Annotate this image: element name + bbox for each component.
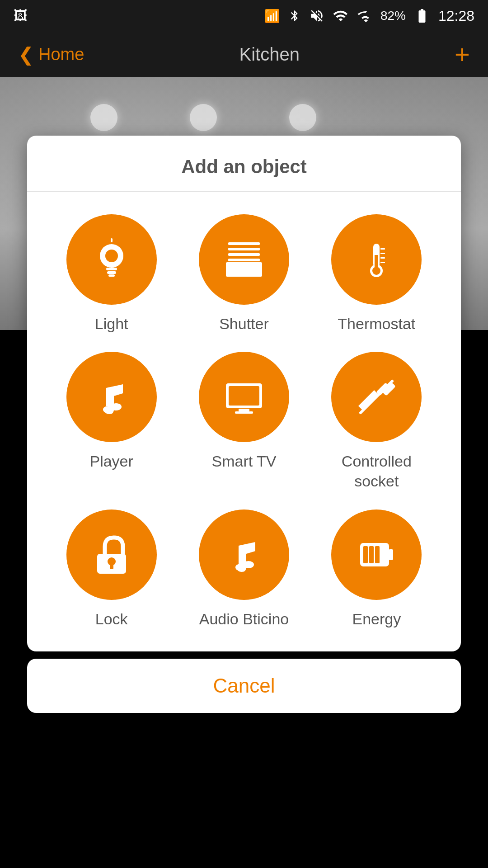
svg-rect-8 xyxy=(228,253,260,256)
cancel-label: Cancel xyxy=(213,675,275,697)
controlled-socket-label: Controlled socket xyxy=(342,451,412,491)
svg-rect-37 xyxy=(375,546,380,563)
svg-rect-9 xyxy=(228,259,260,261)
svg-rect-15 xyxy=(380,248,385,250)
svg-rect-3 xyxy=(108,274,115,277)
shutter-item[interactable]: Shutter xyxy=(187,214,301,334)
svg-rect-24 xyxy=(235,411,253,414)
shutter-icon xyxy=(221,237,267,282)
svg-rect-10 xyxy=(226,262,262,277)
audio-bticino-label: Audio Bticino xyxy=(199,609,289,629)
light-label: Light xyxy=(95,314,128,334)
svg-point-32 xyxy=(243,561,254,568)
svg-line-27 xyxy=(361,381,392,413)
battery-icon xyxy=(414,8,430,24)
svg-rect-13 xyxy=(375,255,378,269)
thermostat-label: Thermostat xyxy=(338,314,415,334)
bluetooth-icon xyxy=(288,8,301,24)
player-icon-circle xyxy=(66,352,157,442)
energy-icon xyxy=(354,532,399,577)
svg-rect-17 xyxy=(380,257,385,259)
smart-tv-label: Smart TV xyxy=(212,451,277,471)
controlled-socket-item[interactable]: Controlled socket xyxy=(319,352,434,491)
lock-icon xyxy=(89,532,134,577)
thermostat-icon xyxy=(354,237,399,282)
svg-point-14 xyxy=(372,267,380,275)
audio-note-icon xyxy=(221,532,267,577)
svg-rect-34 xyxy=(389,549,393,560)
cancel-button[interactable]: Cancel xyxy=(27,659,461,713)
svg-rect-23 xyxy=(239,409,249,411)
audio-bticino-icon-circle xyxy=(199,509,289,600)
modal-title: Add an object xyxy=(45,156,443,178)
svg-point-20 xyxy=(111,403,122,410)
controlled-socket-icon-circle xyxy=(331,352,422,442)
thermostat-item[interactable]: Thermostat xyxy=(319,214,434,334)
modal-header: Add an object xyxy=(27,136,461,192)
energy-label: Energy xyxy=(352,609,401,629)
app-bar: ❮ Home Kitchen + xyxy=(0,32,488,77)
thermostat-icon-circle xyxy=(331,214,422,305)
lock-icon-circle xyxy=(66,509,157,600)
light-item[interactable]: Light xyxy=(54,214,169,334)
smart-tv-item[interactable]: Smart TV xyxy=(187,352,301,491)
shutter-label: Shutter xyxy=(219,314,269,334)
smart-tv-icon-circle xyxy=(199,352,289,442)
energy-icon-circle xyxy=(331,509,422,600)
object-grid: Light Shutter xyxy=(27,192,461,651)
svg-rect-6 xyxy=(228,242,260,245)
light-icon-circle xyxy=(66,214,157,305)
audio-bticino-item[interactable]: Audio Bticino xyxy=(187,509,301,629)
svg-point-4 xyxy=(105,250,118,262)
mute-icon xyxy=(309,8,324,24)
add-button[interactable]: + xyxy=(455,41,470,67)
svg-rect-7 xyxy=(228,248,260,250)
back-label: Home xyxy=(38,45,84,64)
svg-rect-1 xyxy=(106,268,117,270)
svg-rect-2 xyxy=(107,271,116,274)
battery-percent: 82% xyxy=(380,9,406,23)
status-bar-right: 📶 82% 12:28 xyxy=(264,8,474,24)
gallery-icon: 🖼 xyxy=(14,8,27,24)
shutter-icon-circle xyxy=(199,214,289,305)
music-note-icon xyxy=(89,374,134,420)
svg-rect-16 xyxy=(380,253,385,254)
status-bar: 🖼 📶 82% 12:28 xyxy=(0,0,488,32)
modal-overlay: Add an object Light xyxy=(0,77,488,868)
svg-rect-36 xyxy=(369,546,374,563)
tv-icon xyxy=(221,374,267,420)
wifi-icon xyxy=(333,8,349,24)
page-title: Kitchen xyxy=(239,44,300,65)
svg-rect-30 xyxy=(110,564,113,569)
light-bulb-icon xyxy=(89,237,134,282)
bluetooth-icon: 📶 xyxy=(264,9,280,24)
lock-item[interactable]: Lock xyxy=(54,509,169,629)
player-label: Player xyxy=(89,451,133,471)
back-button[interactable]: ❮ Home xyxy=(18,43,84,66)
svg-rect-35 xyxy=(363,546,368,563)
status-bar-left: 🖼 xyxy=(14,8,27,24)
socket-icon xyxy=(354,374,399,420)
svg-rect-22 xyxy=(229,386,259,406)
add-object-dialog: Add an object Light xyxy=(27,136,461,651)
player-item[interactable]: Player xyxy=(54,352,169,491)
energy-item[interactable]: Energy xyxy=(319,509,434,629)
time-display: 12:28 xyxy=(438,8,474,24)
svg-rect-18 xyxy=(380,262,385,263)
signal-icon xyxy=(357,8,372,24)
lock-label: Lock xyxy=(95,609,128,629)
